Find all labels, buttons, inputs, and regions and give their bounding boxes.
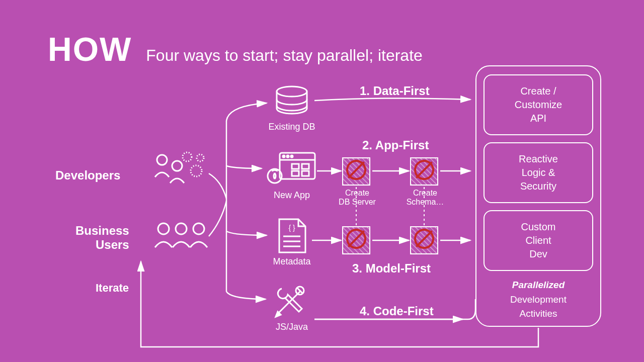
svg-rect-16 xyxy=(292,171,299,176)
title-big: HOW xyxy=(48,30,132,68)
svg-rect-15 xyxy=(302,164,309,169)
svg-point-2 xyxy=(183,152,192,161)
strike-db-server-label: Create DB Server xyxy=(332,189,382,207)
box-api: Create / Customize API xyxy=(484,74,593,135)
business-users-icon xyxy=(151,220,211,257)
svg-rect-14 xyxy=(292,164,299,169)
svg-point-3 xyxy=(191,165,202,176)
developers-label: Developers xyxy=(55,168,120,183)
svg-point-8 xyxy=(277,86,307,97)
svg-point-12 xyxy=(287,155,289,157)
panel-footer: Parallelized Development Activities xyxy=(510,278,567,324)
svg-point-4 xyxy=(197,154,204,161)
svg-point-11 xyxy=(283,155,285,157)
svg-point-7 xyxy=(193,223,204,234)
svg-point-1 xyxy=(172,161,182,171)
activities-panel: Create / Customize API Reactive Logic & … xyxy=(475,65,601,327)
business-users-label: Business Users xyxy=(75,224,129,252)
path1-label: 1. Data-First xyxy=(360,84,430,98)
existing-db-label: Existing DB xyxy=(257,122,327,132)
iterate-label: Iterate xyxy=(96,282,129,295)
strike-schema-label: Create Schema… xyxy=(400,189,450,207)
metadata-label: Metadata xyxy=(257,256,327,267)
jsjava-label: JS/Java xyxy=(257,322,327,332)
new-app-label: New App xyxy=(257,190,327,201)
svg-point-0 xyxy=(157,155,167,165)
svg-text:{ }: { } xyxy=(288,224,295,232)
path3-label: 3. Model-First xyxy=(352,261,431,276)
metadata-icon: { } xyxy=(274,216,309,258)
title-row: HOW Four ways to start; stay parallel; i… xyxy=(48,30,423,68)
developers-icon xyxy=(151,151,206,198)
svg-rect-17 xyxy=(302,171,309,176)
new-app-icon xyxy=(267,151,317,191)
svg-point-13 xyxy=(291,155,293,157)
box-logic: Reactive Logic & Security xyxy=(484,142,593,203)
code-tools-icon xyxy=(272,282,312,324)
database-icon xyxy=(272,85,312,123)
svg-point-5 xyxy=(158,223,169,234)
path2-label: 2. App-First xyxy=(362,138,429,152)
svg-point-6 xyxy=(176,223,187,234)
title-sub: Four ways to start; stay parallel; itera… xyxy=(146,46,423,65)
box-client: Custom Client Dev xyxy=(484,210,593,271)
path4-label: 4. Code-First xyxy=(360,304,434,318)
